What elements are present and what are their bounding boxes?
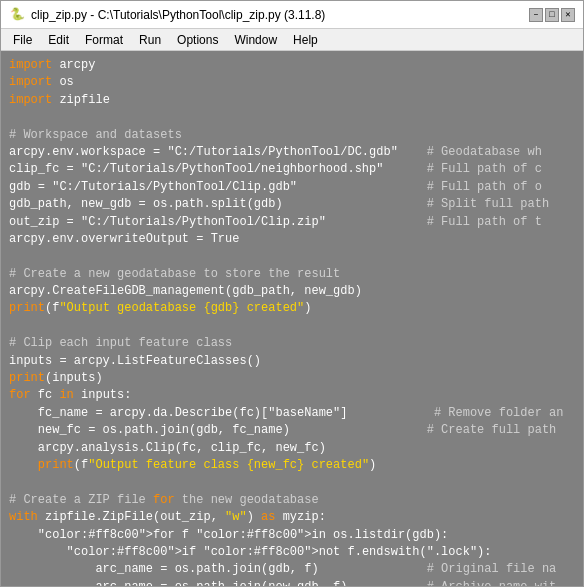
- code-line: fc_name = arcpy.da.Describe(fc)["baseNam…: [9, 405, 575, 422]
- code-line: new_fc = os.path.join(gdb, fc_name) # Cr…: [9, 422, 575, 439]
- code-editor[interactable]: import arcpyimport osimport zipfile # Wo…: [1, 51, 583, 586]
- code-line: out_zip = "C:/Tutorials/PythonTool/Clip.…: [9, 214, 575, 231]
- menu-options[interactable]: Options: [169, 31, 226, 49]
- code-line: arcpy.env.overwriteOutput = True: [9, 231, 575, 248]
- code-line: # Create a ZIP file for the new geodatab…: [9, 492, 575, 509]
- code-line: clip_fc = "C:/Tutorials/PythonTool/neigh…: [9, 161, 575, 178]
- code-line: print(inputs): [9, 370, 575, 387]
- code-line: inputs = arcpy.ListFeatureClasses(): [9, 353, 575, 370]
- code-line: for fc in inputs:: [9, 387, 575, 404]
- title-bar: 🐍 clip_zip.py - C:\Tutorials\PythonTool\…: [1, 1, 583, 29]
- window-title: clip_zip.py - C:\Tutorials\PythonTool\cl…: [31, 8, 325, 22]
- menu-file[interactable]: File: [5, 31, 40, 49]
- menu-window[interactable]: Window: [226, 31, 285, 49]
- title-controls: – □ ✕: [529, 8, 575, 22]
- code-line: arc_name = os.path.join(new_gdb, f) # Ar…: [9, 579, 575, 586]
- code-line: print(f"Output feature class {new_fc} cr…: [9, 457, 575, 474]
- code-line: import arcpy: [9, 57, 575, 74]
- code-line: # Create a new geodatabase to store the …: [9, 266, 575, 283]
- code-line: arcpy.env.workspace = "C:/Tutorials/Pyth…: [9, 144, 575, 161]
- code-line: import zipfile: [9, 92, 575, 109]
- title-bar-left: 🐍 clip_zip.py - C:\Tutorials\PythonTool\…: [9, 7, 325, 23]
- menu-run[interactable]: Run: [131, 31, 169, 49]
- code-line: "color:#ff8c00">if "color:#ff8c00">not f…: [9, 544, 575, 561]
- code-line: "color:#ff8c00">for f "color:#ff8c00">in…: [9, 527, 575, 544]
- close-button[interactable]: ✕: [561, 8, 575, 22]
- code-line: [9, 474, 575, 491]
- code-line: [9, 109, 575, 126]
- code-line: # Workspace and datasets: [9, 127, 575, 144]
- code-line: arcpy.CreateFileGDB_management(gdb_path,…: [9, 283, 575, 300]
- menu-help[interactable]: Help: [285, 31, 326, 49]
- menu-bar: File Edit Format Run Options Window Help: [1, 29, 583, 51]
- code-line: print(f"Output geodatabase {gdb} created…: [9, 300, 575, 317]
- code-line: # Clip each input feature class: [9, 335, 575, 352]
- code-line: [9, 318, 575, 335]
- menu-edit[interactable]: Edit: [40, 31, 77, 49]
- code-line: arcpy.analysis.Clip(fc, clip_fc, new_fc): [9, 440, 575, 457]
- window-icon: 🐍: [9, 7, 25, 23]
- code-line: import os: [9, 74, 575, 91]
- menu-format[interactable]: Format: [77, 31, 131, 49]
- code-line: arc_name = os.path.join(gdb, f) # Origin…: [9, 561, 575, 578]
- minimize-button[interactable]: –: [529, 8, 543, 22]
- code-line: with zipfile.ZipFile(out_zip, "w") as my…: [9, 509, 575, 526]
- main-window: 🐍 clip_zip.py - C:\Tutorials\PythonTool\…: [0, 0, 584, 587]
- code-line: [9, 248, 575, 265]
- code-line: gdb_path, new_gdb = os.path.split(gdb) #…: [9, 196, 575, 213]
- code-line: gdb = "C:/Tutorials/PythonTool/Clip.gdb"…: [9, 179, 575, 196]
- maximize-button[interactable]: □: [545, 8, 559, 22]
